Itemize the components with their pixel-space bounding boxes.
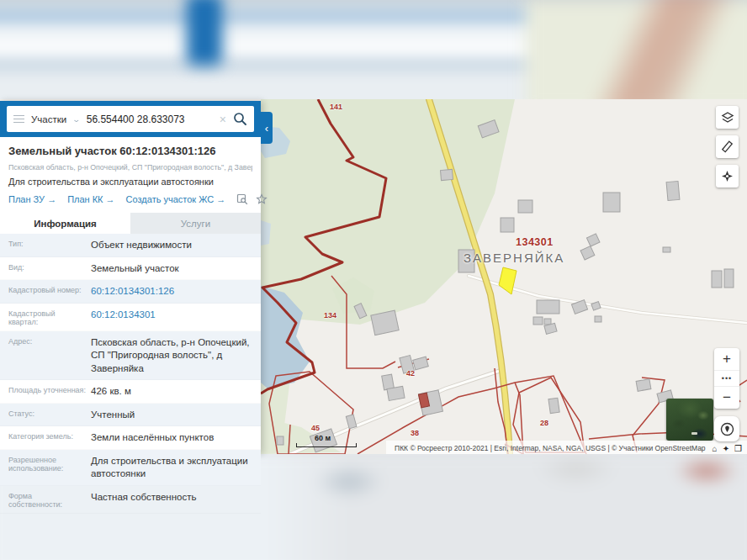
info-row-label: Кадастровый квартал: (0, 309, 91, 326)
geolocate-icon (720, 422, 734, 436)
info-panel: Участки ⌄ × ‹ Земельный участок 60:12:01… (0, 101, 261, 454)
info-row-label: Тип: (0, 239, 91, 252)
zoom-out-button[interactable]: − (714, 387, 739, 409)
info-row-value: Земельный участок (91, 262, 261, 276)
parcel-links-row: План ЗУ → План КК → Создать участок ЖС → (8, 193, 252, 205)
info-table: Тип:Объект недвижимостиВид:Земельный уча… (0, 234, 261, 514)
info-row: Категория земель:Земли населённых пункто… (0, 426, 261, 450)
map-label-134: 134 (324, 311, 336, 320)
overview-minimap[interactable] (666, 399, 713, 441)
map-label-42: 42 (406, 369, 415, 378)
info-row: Тип:Объект недвижимости (0, 234, 261, 257)
info-row-label: Статус: (0, 409, 91, 422)
crosshair-icon (721, 170, 734, 182)
info-row-label: Кадастровый номер: (0, 285, 91, 298)
info-row-label: Вид: (0, 262, 91, 276)
scale-label: 60 м (315, 434, 357, 442)
layers-button[interactable] (716, 106, 739, 129)
info-row-value: Земли населённых пунктов (91, 431, 261, 445)
map-label-28: 28 (540, 419, 548, 427)
app-window: ❯ (0, 0, 747, 560)
info-row: Форма собственности:Частная собственност… (0, 486, 261, 514)
info-row-label: Адрес: (0, 336, 91, 376)
blurred-blue-element (187, 0, 222, 66)
info-row-value: Учтенный (91, 409, 261, 422)
info-row-label: Категория земель: (0, 431, 91, 445)
plan-kk-link[interactable]: План КК → (67, 194, 114, 204)
panel-body: Земельный участок 60:12:0134301:126 Пско… (0, 137, 261, 514)
map-label-заверняйка: ЗАВЕРНЯЙКА (464, 251, 564, 265)
info-row: Кадастровый номер:60:12:0134301:126 (0, 280, 261, 304)
home-icon[interactable]: ⌂ (713, 444, 718, 453)
info-row-value-link[interactable]: 60:12:0134301 (91, 309, 261, 326)
search-header: Участки ⌄ × (0, 101, 261, 137)
search-category-select[interactable]: Участки (31, 114, 66, 124)
ruler-icon (721, 140, 734, 153)
info-row: Площадь уточненная:426 кв. м (0, 380, 261, 404)
create-js-link[interactable]: Создать участок ЖС → (126, 194, 226, 204)
parcel-usage-line: Для строительства и эксплуатации автосто… (8, 177, 252, 187)
layers-icon (721, 111, 734, 124)
collapse-panel-button[interactable]: ‹ (261, 112, 273, 144)
tab-information[interactable]: Информация (0, 213, 130, 234)
info-row-label: Разрешенное использование: (0, 455, 91, 481)
info-row-value: 426 кв. м (91, 385, 261, 399)
info-row-value: Для строительства и эксплуатации автосто… (91, 455, 261, 481)
info-row-value: Частная собственность (91, 491, 261, 509)
position-button[interactable] (716, 165, 739, 188)
search-icon[interactable] (233, 112, 247, 126)
attribution-bar: ПКК © Росреестр 2010-2021 | Esri, Interm… (386, 441, 747, 454)
geolocate-button[interactable] (714, 416, 739, 441)
info-row: Вид:Земельный участок (0, 257, 261, 281)
chevron-down-icon[interactable]: ⌄ (72, 115, 82, 124)
info-row-label: Форма собственности: (0, 491, 91, 509)
blurred-background-top-right (526, 0, 747, 112)
menu-icon[interactable] (13, 115, 24, 124)
compass-icon[interactable]: ✦ (723, 444, 729, 453)
zoom-in-button[interactable]: + (714, 348, 739, 370)
parcel-title: Земельный участок 60:12:0134301:126 (8, 145, 252, 157)
panel-tabs: Информация Услуги (0, 213, 261, 234)
map-label-134301: 134301 (516, 236, 554, 248)
info-row: Адрес:Псковская область, р-н Опочецкий, … (0, 331, 261, 381)
screenshot-icon[interactable]: ❐ (734, 444, 742, 453)
zoom-control: + ••• − (714, 348, 739, 409)
search-box: Участки ⌄ × (7, 106, 254, 132)
map-label-38: 38 (411, 429, 419, 437)
zoom-to-object-icon[interactable] (236, 193, 248, 205)
info-row: Разрешенное использование:Для строительс… (0, 450, 261, 486)
info-row-label: Площадь уточненная: (0, 385, 91, 399)
attribution-text: ПКК © Росреестр 2010-2021 | Esri, Interm… (395, 444, 706, 452)
plan-zu-link[interactable]: План ЗУ → (8, 194, 56, 204)
favorite-star-icon[interactable] (256, 193, 268, 205)
info-row-value-link[interactable]: 60:12:0134301:126 (91, 285, 261, 298)
map-label-141: 141 (330, 103, 342, 111)
info-row: Статус:Учтенный (0, 404, 261, 427)
scale-bar: 60 м (296, 434, 357, 447)
zoom-levels-button[interactable]: ••• (714, 370, 739, 387)
info-row-value: Объект недвижимости (91, 239, 261, 252)
measure-button[interactable] (716, 135, 739, 158)
map-label-45: 45 (311, 424, 320, 432)
parcel-address-subtitle: Псковская область, р-н Опочецкий, СП "Пр… (8, 163, 252, 172)
info-row: Кадастровый квартал:60:12:0134301 (0, 304, 261, 331)
tab-services[interactable]: Услуги (130, 213, 261, 234)
info-row-value: Псковская область, р-н Опочецкий, СП "Пр… (91, 336, 261, 376)
search-input[interactable] (87, 114, 213, 125)
clear-icon[interactable]: × (220, 113, 226, 126)
